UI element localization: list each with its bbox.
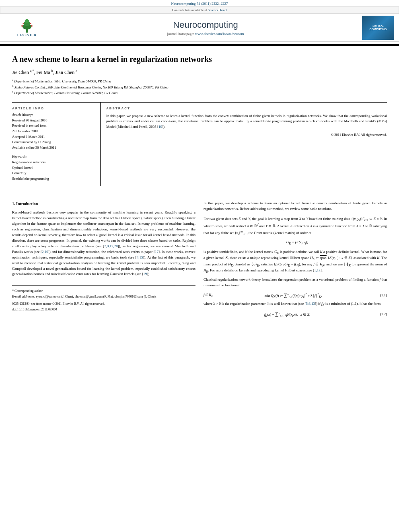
- svg-point-4: [21, 25, 23, 27]
- right-para-5: where λ > 0 is the regularization parame…: [204, 301, 387, 307]
- svg-point-6: [23, 23, 24, 25]
- section-1-heading: 1. Introduction: [12, 201, 195, 207]
- svg-point-7: [30, 23, 31, 25]
- keyword-1: Regularization networks: [12, 160, 96, 165]
- keyword-4: Semidefinite programming: [12, 176, 96, 182]
- formula-1-1-number: (1.1): [371, 293, 387, 298]
- right-para-2: For two given data sets X and Y, the goa…: [204, 215, 387, 237]
- history-row-2: Received in revised form: [12, 123, 96, 129]
- col-right: In this paper, we develop a scheme to le…: [204, 201, 387, 322]
- contents-label: Contents lists available at: [172, 8, 207, 12]
- journal-banner: ELSEVIER Neurocomputing journal homepage…: [0, 14, 399, 42]
- journal-header: Neurocomputing 74 (2011) 2222–2227 Conte…: [0, 0, 399, 45]
- abstract-text: In this paper, we propose a new scheme t…: [106, 113, 387, 130]
- elsevier-tree-icon: [17, 18, 37, 33]
- article-title: A new scheme to learn a kernel in regula…: [12, 54, 387, 64]
- right-para-4: Classical regularization network theory …: [204, 277, 387, 288]
- footnote-issn: 0925-2312/$ - see front matter © 2011 El…: [12, 302, 195, 306]
- formula-gram-content: GK = (K(xi,xj)): [208, 240, 387, 246]
- history-row-3: 29 December 2010: [12, 129, 96, 134]
- history-row-1: Received 30 August 2010: [12, 118, 96, 123]
- formula-1-1-block: f ∈ HK min QK(f) := ∑ni=1(f(xi)−yi)2 + λ…: [204, 292, 387, 300]
- formula-1-2-block: fK(x) = ∑ni=1 ciK(xi,x), x ∈ X, (1.2): [204, 310, 387, 318]
- homepage-label: journal homepage:: [167, 32, 194, 36]
- article-info-title: ARTICLE INFO: [12, 107, 96, 110]
- author-a-sup: a,*: [30, 69, 34, 73]
- footnote-email: E-mail addresses: sysu_cj@yahoo.cn (J. C…: [12, 294, 195, 299]
- affiliations: a Department of Mathematics, Yibin Unive…: [12, 78, 387, 96]
- formula-1-1-fhk: f ∈ HK: [204, 293, 216, 298]
- svg-point-3: [25, 19, 29, 23]
- article-info: ARTICLE INFO Article history: Received 3…: [12, 103, 101, 186]
- intro-paragraph-1: Kernel-based methods become very popular…: [12, 210, 195, 277]
- neurocomputing-badge: NEURO- COMPUTING: [370, 25, 387, 31]
- footnote-star: * Corresponding author.: [12, 289, 195, 294]
- homepage-url[interactable]: www.elsevier.com/locate/neucom: [195, 32, 244, 36]
- keyword-2: Optimal kernel: [12, 165, 96, 171]
- journal-title: Neurocomputing: [49, 20, 362, 30]
- abstract-copyright: © 2011 Elsevier B.V. All rights reserved…: [106, 133, 387, 137]
- formula-gram: GK = (K(xi,xj)): [208, 240, 387, 246]
- history-row-5: Communicated by D. Zhang: [12, 140, 96, 145]
- formula-1-2-number: (1.2): [371, 312, 387, 317]
- footnote-area: * Corresponding author. E-mail addresses…: [12, 285, 195, 312]
- elsevier-text: ELSEVIER: [17, 33, 37, 37]
- journal-citation-bar: Neurocomputing 74 (2011) 2222–2227: [0, 0, 399, 6]
- body-columns: 1. Introduction Kernel-based methods bec…: [12, 194, 387, 322]
- affiliation-b: b Xinhu Futures Co. Ltd., 36F, InterCont…: [12, 84, 387, 90]
- history-label: Article history:: [12, 113, 96, 117]
- journal-homepage-line: journal homepage: www.elsevier.com/locat…: [49, 32, 362, 36]
- keywords-section: Keywords: Regularization networks Optima…: [12, 154, 96, 181]
- keyword-3: Convexity: [12, 170, 96, 176]
- author-b-sup: b: [51, 69, 53, 73]
- col-left: 1. Introduction Kernel-based methods bec…: [12, 201, 195, 322]
- journal-title-area: Neurocomputing journal homepage: www.els…: [49, 20, 362, 36]
- elsevier-logo: ELSEVIER: [9, 18, 45, 38]
- affiliation-c: c Department of Mathematics, Foshan Univ…: [12, 90, 387, 96]
- article-history: Article history: Received 30 August 2010…: [12, 113, 96, 151]
- right-para-3: is positive semidefinite, and if the ker…: [204, 249, 387, 274]
- authors-line: Jie Chen a,*, Fei Ma b, Jian Chen c: [12, 69, 387, 76]
- abstract-title: ABSTRACT: [106, 107, 387, 110]
- history-row-6: Available online 30 March 2011: [12, 145, 96, 151]
- svg-point-5: [31, 25, 33, 27]
- keywords-label: Keywords:: [12, 154, 96, 158]
- article-content: A new scheme to learn a kernel in regula…: [0, 46, 399, 330]
- author-c-sup: c: [76, 69, 77, 73]
- contents-bar: Contents lists available at ScienceDirec…: [0, 6, 399, 14]
- right-para-1: In this paper, we develop a scheme to le…: [204, 201, 387, 212]
- footnote-doi: doi:10.1016/j.neucom.2011.03.004: [12, 307, 195, 312]
- formula-1-1-content: min QK(f) := ∑ni=1(f(xi)−yi)2 + λ‖f‖2K,: [216, 292, 371, 300]
- journal-logo-right: NEURO- COMPUTING: [362, 16, 394, 40]
- affiliation-a: a Department of Mathematics, Yibin Unive…: [12, 78, 387, 84]
- info-abstract-row: ARTICLE INFO Article history: Received 3…: [12, 102, 387, 186]
- formula-1-2-content: fK(x) = ∑ni=1 ciK(xi,x), x ∈ X,: [204, 310, 371, 318]
- science-direct-link[interactable]: ScienceDirect: [208, 8, 227, 12]
- abstract-section: ABSTRACT In this paper, we propose a new…: [101, 103, 387, 186]
- journal-citation: Neurocomputing 74 (2011) 2222–2227: [171, 2, 228, 6]
- history-row-4: Accepted 1 March 2011: [12, 134, 96, 140]
- elsevier-logo-area: ELSEVIER: [5, 18, 49, 38]
- section-1-number: 1.: [12, 201, 16, 206]
